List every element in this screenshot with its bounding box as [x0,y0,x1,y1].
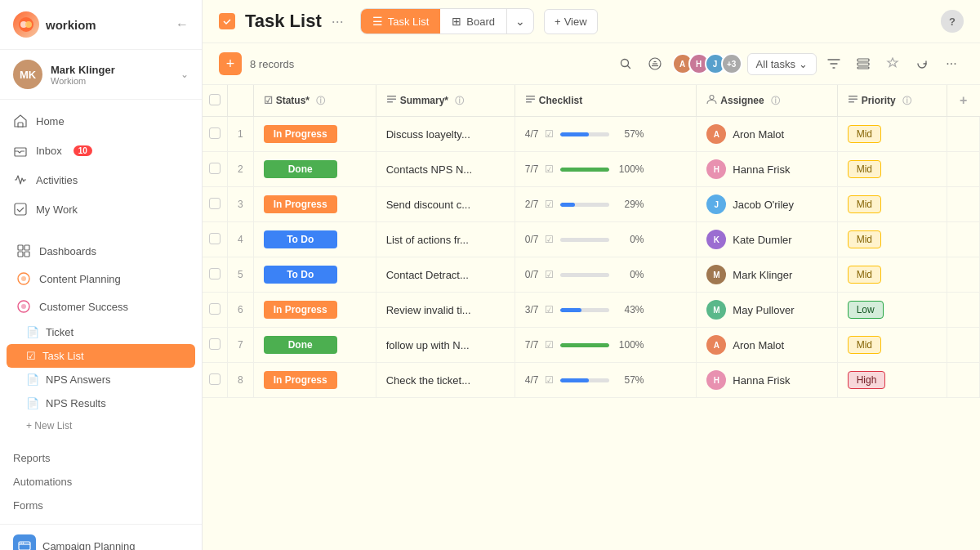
row-priority[interactable]: Mid [837,187,947,222]
row-priority[interactable]: Mid [837,257,947,293]
row-summary[interactable]: Discuss loayelty... [376,117,514,152]
row-priority[interactable]: High [837,363,947,398]
th-checklist[interactable]: Checklist [514,85,697,117]
row-checkbox[interactable] [209,198,220,209]
row-status[interactable]: Done [253,328,376,363]
row-summary[interactable]: Contacts NPS N... [376,152,514,187]
row-checkbox[interactable] [209,163,220,174]
priority-info-icon[interactable]: ⓘ [902,95,911,107]
row-status[interactable]: To Do [253,222,376,257]
row-assignee[interactable]: K Kate Dumler [697,222,837,257]
row-summary[interactable]: List of actions fr... [376,222,514,257]
group-btn[interactable] [851,51,875,76]
row-assignee[interactable]: H Hanna Frisk [697,363,837,398]
th-add-col[interactable]: + [947,85,980,117]
th-assignee[interactable]: Assignee ⓘ [697,85,837,117]
add-record-btn[interactable]: + [219,52,242,75]
header-more-icon[interactable]: ··· [332,13,344,30]
all-tasks-btn[interactable]: All tasks ⌄ [747,53,817,75]
sidebar-item-activities[interactable]: Activities [0,165,202,195]
priority-badge[interactable]: Mid [848,160,881,178]
row-assignee[interactable]: H Hanna Frisk [697,152,837,187]
tab-board[interactable]: ⊞ Board [440,9,506,34]
sidebar-item-home[interactable]: Home [0,106,202,136]
row-checkbox[interactable] [209,268,220,279]
th-status[interactable]: ☑ Status* ⓘ [253,85,376,117]
status-badge[interactable]: In Progress [264,125,337,143]
status-badge[interactable]: In Progress [264,371,337,389]
add-view-btn[interactable]: + View [544,9,598,34]
sidebar-item-my-work[interactable]: My Work [0,195,202,224]
row-priority[interactable]: Mid [837,117,947,152]
row-status[interactable]: In Progress [253,187,376,222]
refresh-btn[interactable] [910,51,934,76]
th-summary[interactable]: Summary* ⓘ [376,85,514,117]
toolbar-avatar-more[interactable]: +3 [721,53,742,74]
priority-badge[interactable]: Mid [848,336,881,354]
row-status[interactable]: In Progress [253,117,376,152]
sidebar-item-forms[interactable]: Forms [13,494,189,517]
sidebar-collapse-icon[interactable]: ← [176,17,189,32]
row-priority[interactable]: Mid [837,152,947,187]
priority-badge[interactable]: Mid [848,125,881,143]
row-priority[interactable]: Mid [837,328,947,363]
row-checkbox[interactable] [209,127,220,139]
sidebar-bottom-campaign[interactable]: Campaign Planning [0,524,202,550]
row-assignee[interactable]: A Aron Malot [697,328,837,363]
status-badge[interactable]: In Progress [264,301,337,319]
sidebar-item-task-list[interactable]: ☑ Task List [7,344,195,368]
row-checkbox[interactable] [209,303,220,315]
help-button[interactable]: ? [941,10,964,33]
status-info-icon[interactable]: ⓘ [316,95,325,107]
summary-info-icon[interactable]: ⓘ [455,95,464,107]
sidebar-item-nps-answers[interactable]: 📄 NPS Answers [0,368,202,391]
status-badge[interactable]: In Progress [264,195,337,213]
tab-task-list[interactable]: ☰ Task List [361,9,441,34]
assignee-info-icon[interactable]: ⓘ [771,95,780,107]
sidebar-item-dashboards[interactable]: Dashboards [0,237,202,265]
title-checkbox[interactable] [219,13,235,29]
filter-view-btn[interactable] [643,51,667,76]
row-assignee[interactable]: M Mark Klinger [697,257,837,293]
row-status[interactable]: To Do [253,257,376,293]
search-btn[interactable] [613,51,638,76]
sidebar-item-automations[interactable]: Automations [13,470,189,494]
sidebar-item-nps-results[interactable]: 📄 NPS Results [0,391,202,415]
row-assignee[interactable]: A Aron Malot [697,117,837,152]
view-dropdown-btn[interactable]: ⌄ [506,9,533,34]
row-status[interactable]: Done [253,152,376,187]
row-status[interactable]: In Progress [253,363,376,398]
more-btn[interactable]: ··· [939,51,964,76]
priority-badge[interactable]: Low [848,301,884,319]
row-checkbox[interactable] [209,338,220,350]
priority-badge[interactable]: Mid [848,266,881,284]
row-status[interactable]: In Progress [253,293,376,328]
row-summary[interactable]: Check the ticket... [376,363,514,398]
sidebar-item-content-planning[interactable]: Content Planning [0,265,202,293]
row-summary[interactable]: Review invalid ti... [376,293,514,328]
row-assignee[interactable]: J Jacob O'riley [697,187,837,222]
row-assignee[interactable]: M May Pullover [697,293,837,328]
status-badge[interactable]: To Do [264,230,337,248]
row-summary[interactable]: Send discount c... [376,187,514,222]
sidebar-item-reports[interactable]: Reports [13,446,189,470]
filter-btn[interactable] [822,51,846,76]
select-all-checkbox[interactable] [209,94,220,105]
sidebar-item-customer-success[interactable]: Customer Success [0,293,202,320]
star-btn[interactable] [880,51,905,76]
sidebar-item-ticket[interactable]: 📄 Ticket [0,320,202,344]
status-badge[interactable]: Done [264,336,337,354]
user-chevron-icon[interactable]: ⌄ [180,69,189,80]
priority-badge[interactable]: Mid [848,230,881,248]
priority-badge[interactable]: Mid [848,195,881,213]
th-priority[interactable]: Priority ⓘ [837,85,947,117]
row-checkbox[interactable] [209,373,220,385]
new-list-btn[interactable]: + New List [0,415,202,436]
row-checkbox[interactable] [209,233,220,244]
user-section[interactable]: MK Mark Klinger Workiom ⌄ [0,50,202,100]
row-summary[interactable]: follow up with N... [376,328,514,363]
add-column-icon[interactable]: + [960,93,967,107]
row-summary[interactable]: Contact Detract... [376,257,514,293]
status-badge[interactable]: To Do [264,266,337,284]
priority-badge[interactable]: High [848,371,886,389]
